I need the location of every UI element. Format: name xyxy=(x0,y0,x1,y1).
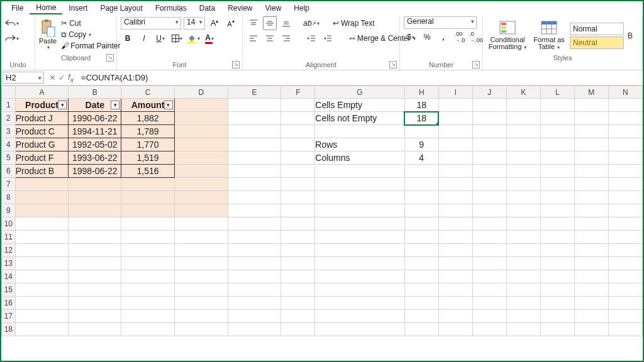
format-painter-button[interactable]: 🖌 Format Painter xyxy=(59,41,122,51)
cell[interactable] xyxy=(506,112,540,125)
align-right-button[interactable] xyxy=(279,31,293,45)
cell[interactable] xyxy=(404,165,438,178)
tab-file[interactable]: File xyxy=(5,3,30,14)
cell[interactable] xyxy=(404,191,438,204)
tab-page-layout[interactable]: Page Layout xyxy=(94,3,148,14)
formula-input[interactable]: =COUNTA(A1:D9) xyxy=(77,70,643,85)
align-left-button[interactable] xyxy=(247,31,260,45)
cell[interactable]: 1990-06-22 xyxy=(69,112,121,125)
cell[interactable] xyxy=(540,283,574,297)
cell[interactable] xyxy=(506,178,540,191)
cell[interactable]: 1994-11-21 xyxy=(69,125,121,138)
increase-font-button[interactable]: A▴ xyxy=(208,16,221,30)
cell[interactable] xyxy=(174,270,228,283)
cell[interactable] xyxy=(472,125,506,138)
cell[interactable] xyxy=(15,310,69,323)
cell[interactable] xyxy=(574,204,608,217)
cell[interactable] xyxy=(506,99,540,112)
cell[interactable] xyxy=(438,204,472,217)
cell[interactable] xyxy=(438,244,472,257)
redo-button[interactable]: ▾ xyxy=(5,31,19,45)
style-neutral[interactable]: Neutral xyxy=(570,36,624,49)
fill-color-button[interactable]: ▾ xyxy=(186,31,200,45)
tab-formulas[interactable]: Formulas xyxy=(149,3,193,14)
cell[interactable] xyxy=(281,99,315,112)
cell[interactable] xyxy=(15,283,69,297)
cell[interactable] xyxy=(608,165,642,178)
row-header-13[interactable]: 13 xyxy=(2,257,16,270)
cell[interactable] xyxy=(574,112,608,125)
cell[interactable]: 1993-06-22 xyxy=(69,151,121,165)
cell[interactable]: Product G xyxy=(15,138,69,151)
cell[interactable] xyxy=(506,231,540,244)
filter-icon[interactable]: ▾ xyxy=(111,101,119,109)
row-header-3[interactable]: 3 xyxy=(2,125,16,138)
cell[interactable] xyxy=(15,178,69,191)
cell[interactable] xyxy=(608,244,642,257)
cell[interactable] xyxy=(315,204,404,217)
cell[interactable] xyxy=(472,165,506,178)
cell[interactable] xyxy=(281,151,315,165)
cell[interactable]: 1,770 xyxy=(121,138,175,151)
cell[interactable] xyxy=(472,283,506,297)
cell[interactable] xyxy=(608,178,642,191)
cell[interactable]: Product B xyxy=(15,165,69,178)
cell[interactable] xyxy=(228,283,281,297)
cell[interactable] xyxy=(506,191,540,204)
cell[interactable] xyxy=(228,270,281,283)
cell[interactable] xyxy=(574,323,608,336)
cell[interactable] xyxy=(540,151,574,165)
cell[interactable]: Product J xyxy=(15,112,69,125)
col-header-K[interactable]: K xyxy=(506,86,540,99)
cell[interactable] xyxy=(69,178,121,191)
cell[interactable] xyxy=(404,283,438,297)
cell[interactable] xyxy=(121,231,175,244)
cell[interactable] xyxy=(174,204,228,217)
cell[interactable] xyxy=(121,217,175,231)
cell[interactable]: Product▾ xyxy=(15,99,69,112)
cell[interactable] xyxy=(404,178,438,191)
cell[interactable] xyxy=(228,178,281,191)
cell[interactable] xyxy=(540,244,574,257)
cell[interactable] xyxy=(15,257,69,270)
cell[interactable]: 18 xyxy=(404,112,438,125)
accounting-format-button[interactable]: $▾ xyxy=(404,30,418,44)
cell[interactable] xyxy=(174,283,228,297)
cell[interactable] xyxy=(404,270,438,283)
cell[interactable] xyxy=(281,178,315,191)
cell[interactable] xyxy=(69,310,121,323)
cell[interactable] xyxy=(472,99,506,112)
row-header-4[interactable]: 4 xyxy=(2,138,16,151)
cell[interactable]: Date▾ xyxy=(69,99,121,112)
cell[interactable] xyxy=(438,217,472,231)
cell[interactable] xyxy=(506,165,540,178)
align-bottom-button[interactable] xyxy=(279,16,293,30)
cell[interactable]: 1,516 xyxy=(121,165,175,178)
col-header-E[interactable]: E xyxy=(228,86,281,99)
increase-decimal-button[interactable]: .00→.0 xyxy=(453,30,467,44)
cell[interactable] xyxy=(574,297,608,310)
row-header-7[interactable]: 7 xyxy=(2,178,16,191)
cell[interactable] xyxy=(438,310,472,323)
cell[interactable] xyxy=(174,125,228,138)
dialog-launcher-icon[interactable]: ↘ xyxy=(106,54,114,62)
cell[interactable] xyxy=(15,297,69,310)
cell[interactable] xyxy=(15,270,69,283)
cell[interactable] xyxy=(438,151,472,165)
cell[interactable] xyxy=(608,231,642,244)
row-header-10[interactable]: 10 xyxy=(2,217,16,231)
cell[interactable] xyxy=(281,112,315,125)
cell[interactable] xyxy=(574,151,608,165)
align-center-button[interactable] xyxy=(263,31,277,45)
cell[interactable] xyxy=(281,283,315,297)
cell[interactable] xyxy=(574,191,608,204)
font-name-select[interactable]: Calibri xyxy=(121,17,181,30)
cell[interactable] xyxy=(228,191,281,204)
row-header-1[interactable]: 1 xyxy=(2,99,16,112)
cell[interactable] xyxy=(438,165,472,178)
copy-button[interactable]: ⧉ Copy▾ xyxy=(59,30,93,40)
row-header-11[interactable]: 11 xyxy=(2,231,16,244)
cell[interactable] xyxy=(315,191,404,204)
cell[interactable] xyxy=(472,204,506,217)
dialog-launcher-icon[interactable]: ↘ xyxy=(389,61,397,69)
